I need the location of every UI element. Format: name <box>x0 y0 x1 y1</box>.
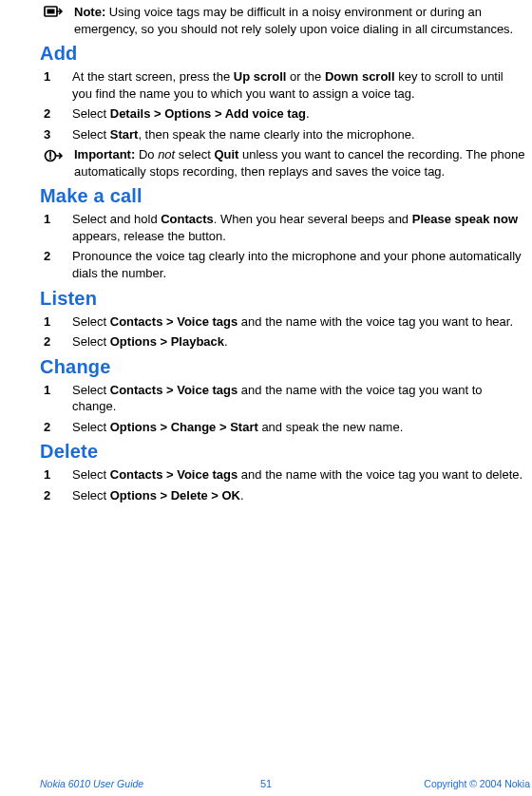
step-text: Select Contacts > Voice tags and the nam… <box>72 382 532 415</box>
step-number: 3 <box>40 126 72 143</box>
footer-page-number: 51 <box>260 777 272 791</box>
footer-left: Nokia 6010 User Guide <box>40 777 143 790</box>
list-item: 2 Select Options > Change > Start and sp… <box>40 419 532 436</box>
step-text: Select and hold Contacts. When you hear … <box>72 211 532 244</box>
important-icon <box>40 146 68 180</box>
list-item: 2 Select Details > Options > Add voice t… <box>40 105 532 123</box>
step-text: Select Contacts > Voice tags and the nam… <box>72 466 532 483</box>
document-page: Note: Using voice tags may be difficult … <box>0 0 532 796</box>
step-text: At the start screen, press the Up scroll… <box>72 68 532 102</box>
list-item: 1 Select Contacts > Voice tags and the n… <box>40 382 532 415</box>
note-block: Note: Using voice tags may be difficult … <box>40 4 532 37</box>
step-text: Select Options > Delete > OK. <box>72 487 532 504</box>
step-text: Select Options > Playback. <box>72 333 532 351</box>
step-number: 1 <box>40 68 72 102</box>
step-text: Select Details > Options > Add voice tag… <box>72 105 532 123</box>
heading-make-a-call: Make a call <box>40 183 532 209</box>
step-number: 2 <box>40 419 72 436</box>
note-icon <box>40 4 68 37</box>
step-number: 2 <box>40 105 72 123</box>
heading-listen: Listen <box>40 286 532 312</box>
svg-point-3 <box>49 158 51 160</box>
step-text: Select Contacts > Voice tags and the nam… <box>72 313 532 331</box>
list-item: 1 At the start screen, press the Up scro… <box>40 68 532 102</box>
list-item: 1 Select and hold Contacts. When you hea… <box>40 211 532 244</box>
step-number: 1 <box>40 382 72 415</box>
step-text: Select Options > Change > Start and spea… <box>72 419 532 436</box>
heading-change: Change <box>40 354 532 380</box>
step-number: 2 <box>40 487 72 504</box>
important-text: Important: Do not select Quit unless you… <box>68 146 532 180</box>
svg-rect-1 <box>48 9 55 14</box>
makecall-steps: 1 Select and hold Contacts. When you hea… <box>40 211 532 281</box>
list-item: 1 Select Contacts > Voice tags and the n… <box>40 466 532 483</box>
list-item: 3 Select Start, then speak the name clea… <box>40 126 532 143</box>
important-block: Important: Do not select Quit unless you… <box>40 146 532 180</box>
list-item: 1 Select Contacts > Voice tags and the n… <box>40 313 532 331</box>
list-item: 2 Select Options > Delete > OK. <box>40 487 532 504</box>
heading-add: Add <box>40 41 532 66</box>
note-body: Using voice tags may be difficult in a n… <box>74 5 513 36</box>
add-steps: 1 At the start screen, press the Up scro… <box>40 68 532 142</box>
list-item: 2 Select Options > Playback. <box>40 333 532 351</box>
footer-copyright: Copyright © 2004 Nokia <box>424 777 530 790</box>
page-footer: Nokia 6010 User Guide 51 Copyright © 200… <box>0 777 532 790</box>
step-number: 1 <box>40 466 72 483</box>
step-number: 1 <box>40 211 72 244</box>
note-label: Note: <box>74 5 105 19</box>
step-text: Select Start, then speak the name clearl… <box>72 126 532 143</box>
heading-delete: Delete <box>40 439 532 464</box>
listen-steps: 1 Select Contacts > Voice tags and the n… <box>40 313 532 351</box>
note-text: Note: Using voice tags may be difficult … <box>68 4 532 37</box>
important-label: Important: <box>74 147 135 161</box>
step-number: 1 <box>40 313 72 331</box>
list-item: 2 Pronounce the voice tag clearly into t… <box>40 248 532 281</box>
change-steps: 1 Select Contacts > Voice tags and the n… <box>40 382 532 436</box>
step-number: 2 <box>40 333 72 351</box>
delete-steps: 1 Select Contacts > Voice tags and the n… <box>40 466 532 503</box>
step-number: 2 <box>40 248 72 281</box>
step-text: Pronounce the voice tag clearly into the… <box>72 248 532 281</box>
